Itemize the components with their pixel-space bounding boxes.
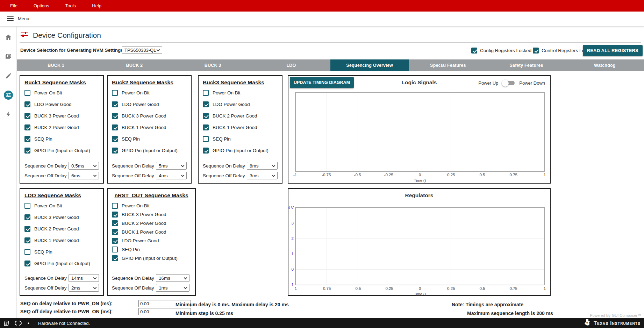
mask-checkbox-row[interactable]: LDO Power Good — [203, 101, 278, 107]
mask-checkbox-row[interactable]: BUCK 1 Power Good — [24, 237, 99, 243]
mask-checkbox-row[interactable]: LDO Power Good — [112, 238, 191, 244]
checkbox[interactable] — [112, 203, 118, 209]
tab-special-features[interactable]: Special Features — [409, 59, 487, 71]
checkbox[interactable] — [24, 214, 30, 220]
config-registers-locked-checkbox[interactable] — [471, 48, 477, 54]
device-config-icon[interactable] — [4, 91, 13, 100]
mask-checkbox-row[interactable]: BUCK 2 Power Good — [24, 226, 99, 232]
sequence-on-delay-select[interactable]: 14ms — [69, 274, 99, 282]
mask-checkbox-row[interactable]: SEQ Pin — [24, 249, 99, 255]
read-all-registers-button[interactable]: READ ALL REGISTERS — [583, 45, 643, 56]
checkbox[interactable] — [112, 136, 118, 142]
mask-checkbox-row[interactable]: SEQ Pin — [203, 136, 278, 142]
checkbox[interactable] — [24, 203, 30, 209]
checkbox[interactable] — [112, 124, 118, 130]
mask-checkbox-row[interactable]: SEQ Pin — [112, 247, 191, 252]
menu-help[interactable]: Help — [84, 0, 109, 12]
checkbox[interactable] — [112, 229, 118, 235]
mask-checkbox-row[interactable]: GPIO Pin (Input or Output) — [112, 148, 187, 154]
hamburger-icon[interactable] — [7, 15, 14, 22]
mask-checkbox-row[interactable]: LDO Power Good — [112, 101, 187, 107]
checkbox[interactable] — [24, 226, 30, 232]
checkbox[interactable] — [112, 148, 118, 154]
mask-checkbox-row[interactable]: BUCK 2 Power Good — [112, 220, 191, 226]
checkbox[interactable] — [112, 101, 118, 107]
checkbox[interactable] — [24, 101, 30, 107]
mask-checkbox-row[interactable]: BUCK 2 Power Good — [203, 113, 278, 119]
checkbox[interactable] — [112, 238, 118, 244]
mask-checkbox-row[interactable]: BUCK 3 Power Good — [112, 113, 187, 119]
mask-checkbox-row[interactable]: BUCK 3 Power Good — [112, 212, 191, 218]
sequence-off-delay-select[interactable]: 6ms — [69, 172, 99, 179]
menu-tools[interactable]: Tools — [57, 0, 84, 12]
book-icon[interactable] — [3, 320, 9, 326]
mask-checkbox-row[interactable]: SEQ Pin — [112, 136, 187, 142]
mask-checkbox-row[interactable]: Power On Bit — [24, 203, 99, 209]
checkbox[interactable] — [24, 261, 30, 266]
sequence-on-delay-select[interactable]: 8ms — [247, 162, 278, 170]
mask-checkbox-row[interactable]: Power On Bit — [112, 90, 187, 96]
checkbox[interactable] — [112, 220, 118, 226]
checkbox[interactable] — [203, 148, 209, 154]
sequence-on-delay-select[interactable]: 0.5ms — [69, 162, 99, 170]
tab-buck1[interactable]: BUCK 1 — [17, 59, 95, 71]
tab-watchdog[interactable]: Watchdog — [566, 59, 644, 71]
expand-icon[interactable]: ▲ — [27, 322, 30, 325]
sequence-on-delay-select[interactable]: 16ms — [156, 274, 189, 282]
registers-icon[interactable] — [4, 52, 13, 61]
mask-checkbox-row[interactable]: BUCK 1 Power Good — [112, 229, 191, 235]
mask-checkbox-row[interactable]: Power On Bit — [112, 203, 191, 209]
checkbox[interactable] — [112, 247, 118, 252]
checkbox[interactable] — [203, 113, 209, 119]
checkbox[interactable] — [24, 148, 30, 154]
mask-checkbox-row[interactable]: GPIO Pin (Input or Output) — [112, 255, 191, 261]
checkbox[interactable] — [24, 136, 30, 142]
checkbox[interactable] — [24, 124, 30, 130]
menu-label[interactable]: Menu — [18, 16, 29, 21]
checkbox[interactable] — [203, 101, 209, 107]
edit-icon[interactable] — [4, 71, 13, 80]
checkbox[interactable] — [112, 113, 118, 119]
mask-checkbox-row[interactable]: BUCK 3 Power Good — [24, 214, 99, 220]
mask-checkbox-row[interactable]: BUCK 2 Power Good — [24, 124, 99, 130]
tab-ldo[interactable]: LDO — [252, 59, 330, 71]
mask-checkbox-row[interactable]: BUCK 3 Power Good — [24, 113, 99, 119]
sequence-off-delay-select[interactable]: 1ms — [156, 284, 189, 292]
tab-sequencing-overview[interactable]: Sequencing Overview — [330, 59, 409, 71]
power-up-down-toggle[interactable] — [503, 81, 515, 85]
checkbox[interactable] — [203, 90, 209, 96]
mask-checkbox-row[interactable]: Power On Bit — [24, 90, 99, 96]
mask-checkbox-row[interactable]: GPIO Pin (Input or Output) — [203, 148, 278, 154]
control-registers-locked-checkbox[interactable] — [533, 48, 539, 54]
brand-name: Texas Instruments — [594, 320, 641, 326]
home-icon[interactable] — [4, 33, 13, 42]
sequence-off-delay-select[interactable]: 2ms — [69, 284, 99, 292]
connection-icon[interactable] — [14, 320, 22, 326]
checkbox[interactable] — [24, 90, 30, 96]
mask-checkbox-row[interactable]: BUCK 1 Power Good — [112, 124, 187, 130]
tab-buck3[interactable]: BUCK 3 — [174, 59, 252, 71]
checkbox[interactable] — [24, 249, 30, 255]
mask-checkbox-row[interactable]: BUCK 1 Power Good — [203, 124, 278, 130]
checkbox[interactable] — [24, 113, 30, 119]
checkbox[interactable] — [24, 237, 30, 243]
menu-file[interactable]: File — [2, 0, 26, 12]
menu-options[interactable]: Options — [26, 0, 57, 12]
checkbox[interactable] — [203, 136, 209, 142]
tab-safety-features[interactable]: Safety Features — [487, 59, 566, 71]
mask-checkbox-row[interactable]: Power On Bit — [203, 90, 278, 96]
sequence-off-delay-select[interactable]: 4ms — [156, 172, 187, 179]
mask-checkbox-row[interactable]: GPIO Pin (Input or Output) — [24, 148, 99, 154]
checkbox[interactable] — [112, 255, 118, 261]
mask-checkbox-row[interactable]: LDO Power Good — [24, 101, 99, 107]
sequence-on-delay-select[interactable]: 5ms — [156, 162, 187, 170]
device-select[interactable]: TPS650333-Q1 — [122, 47, 162, 54]
mask-checkbox-row[interactable]: GPIO Pin (Input or Output) — [24, 261, 99, 266]
checkbox[interactable] — [203, 124, 209, 130]
checkbox[interactable] — [112, 90, 118, 96]
mask-checkbox-row[interactable]: SEQ Pin — [24, 136, 99, 142]
checkbox[interactable] — [112, 212, 118, 218]
power-icon[interactable] — [4, 110, 13, 119]
tab-buck2[interactable]: BUCK 2 — [95, 59, 173, 71]
sequence-off-delay-select[interactable]: 3ms — [247, 172, 278, 179]
